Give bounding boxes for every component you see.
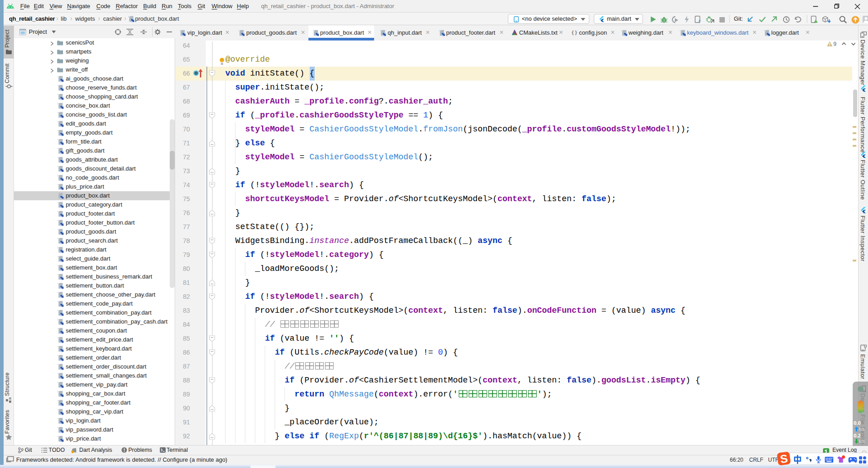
- svg-text:{ }: { }: [572, 30, 577, 35]
